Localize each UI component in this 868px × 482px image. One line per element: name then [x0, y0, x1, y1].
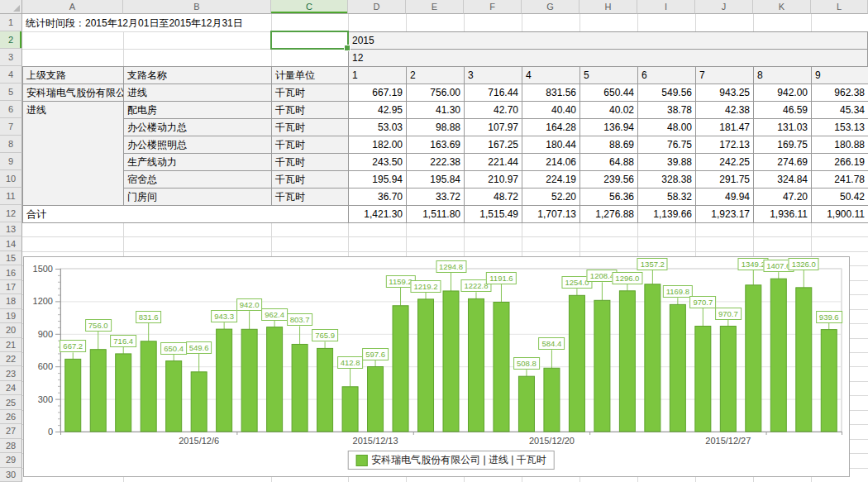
cell[interactable]: 进线 [22, 101, 124, 206]
cell[interactable]: 宿舍总 [123, 170, 272, 189]
bar[interactable] [645, 284, 661, 432]
cell[interactable]: 39.88 [637, 153, 696, 171]
cell[interactable]: 169.75 [753, 136, 812, 154]
cell[interactable]: 5 [579, 66, 638, 84]
bar[interactable] [720, 327, 736, 432]
cell[interactable]: 6 [637, 66, 696, 84]
row-header-19[interactable]: 19 [0, 309, 22, 323]
cell[interactable]: 962.38 [811, 84, 868, 102]
cell[interactable]: 办公楼动力总 [123, 118, 272, 136]
cell[interactable]: 1,511.80 [406, 205, 465, 223]
row-header-25[interactable]: 25 [0, 395, 22, 409]
cell-month[interactable]: 12 [348, 49, 868, 67]
cell[interactable]: 8 [753, 66, 812, 84]
row-header-6[interactable]: 6 [0, 101, 22, 118]
bar[interactable] [746, 285, 761, 432]
bar[interactable] [317, 348, 333, 432]
cell[interactable]: 88.69 [579, 136, 638, 154]
row-header-23[interactable]: 23 [0, 366, 22, 380]
cell[interactable]: 241.78 [811, 170, 868, 189]
column-header-K[interactable]: K [753, 0, 811, 14]
cell[interactable]: 756.00 [406, 84, 465, 102]
cell[interactable]: 办公楼照明总 [123, 136, 272, 154]
cell[interactable]: 943.25 [695, 84, 754, 102]
row-header-15[interactable]: 15 [0, 251, 22, 265]
bar[interactable] [569, 295, 584, 432]
cell-total-label[interactable]: 合计 [22, 205, 349, 223]
cell[interactable]: 千瓦时 [271, 170, 349, 189]
cell[interactable]: 195.94 [348, 170, 407, 189]
bar[interactable] [368, 367, 384, 432]
row-header-1[interactable]: 1 [0, 14, 22, 31]
cell[interactable]: 243.50 [348, 153, 407, 171]
cell[interactable]: 274.69 [753, 153, 812, 171]
cell[interactable]: 242.25 [695, 153, 754, 171]
column-header-G[interactable]: G [522, 0, 579, 14]
row-header-7[interactable]: 7 [0, 118, 22, 136]
cell[interactable]: 1 [348, 66, 407, 84]
bar[interactable] [770, 279, 786, 432]
cell[interactable]: 1,139.66 [637, 205, 696, 223]
bar[interactable] [393, 306, 408, 432]
row-header-11[interactable]: 11 [0, 188, 22, 205]
cell[interactable]: 153.13 [811, 118, 868, 136]
cell[interactable]: 221.44 [464, 153, 522, 171]
report-title-cell[interactable]: 统计时间段：2015年12月01日至2015年12月31日 [22, 14, 246, 31]
bar[interactable] [594, 300, 610, 432]
bar[interactable] [619, 291, 635, 432]
cell[interactable]: 224.19 [522, 170, 580, 189]
row-header-17[interactable]: 17 [0, 280, 22, 294]
column-header-C[interactable]: C [271, 0, 348, 14]
row-header-26[interactable]: 26 [0, 410, 22, 424]
select-all-corner[interactable] [0, 0, 22, 14]
cell[interactable]: 门房间 [123, 188, 272, 206]
cell[interactable]: 50.42 [811, 188, 868, 206]
cell[interactable]: 831.56 [522, 84, 580, 102]
bar[interactable] [191, 372, 207, 432]
cell[interactable]: 千瓦时 [271, 118, 349, 136]
cell[interactable]: 40.40 [522, 101, 580, 119]
cell[interactable]: 181.47 [695, 118, 754, 136]
row-header-27[interactable]: 27 [0, 424, 22, 438]
cell[interactable]: 配电房 [123, 101, 272, 119]
row-header-22[interactable]: 22 [0, 352, 22, 366]
chart[interactable]: 030060090012001500 667.2756.0716.4831.66… [23, 256, 850, 477]
bar[interactable] [166, 361, 182, 432]
cell[interactable]: 生产线动力 [123, 153, 272, 171]
cell[interactable]: 9 [811, 66, 868, 84]
cell[interactable]: 41.30 [406, 101, 465, 119]
cell[interactable]: 千瓦时 [271, 84, 349, 102]
bar[interactable] [670, 304, 685, 432]
column-header-B[interactable]: B [123, 0, 271, 14]
column-header-L[interactable]: L [811, 0, 868, 14]
cell[interactable]: 52.20 [522, 188, 580, 206]
cell[interactable]: 46.59 [753, 101, 812, 119]
cell[interactable]: 164.28 [522, 118, 580, 136]
bar[interactable] [292, 344, 308, 432]
cell[interactable]: 安科瑞电气股份有限公司 [22, 84, 124, 102]
cell[interactable]: 48.72 [464, 188, 522, 206]
selection-box[interactable] [270, 31, 349, 50]
cell[interactable]: 650.44 [579, 84, 638, 102]
cell[interactable]: 千瓦时 [271, 153, 349, 171]
cell[interactable]: 1,515.49 [464, 205, 522, 223]
cell[interactable]: 98.88 [406, 118, 465, 136]
cell[interactable]: 180.88 [811, 136, 868, 154]
cell[interactable]: 1,276.88 [579, 205, 638, 223]
cell[interactable]: 328.38 [637, 170, 696, 189]
cell[interactable]: 42.70 [464, 101, 522, 119]
row-header-30[interactable]: 30 [0, 468, 22, 482]
cell[interactable]: 53.03 [348, 118, 407, 136]
cell[interactable]: 56.36 [579, 188, 638, 206]
bar[interactable] [796, 288, 812, 432]
cell[interactable]: 进线 [123, 84, 272, 102]
column-header-J[interactable]: J [695, 0, 753, 14]
row-header-29[interactable]: 29 [0, 453, 22, 467]
cell[interactable]: 48.00 [637, 118, 696, 136]
bar[interactable] [418, 299, 434, 432]
cell[interactable]: 324.84 [753, 170, 812, 189]
cell[interactable]: 4 [522, 66, 580, 84]
cell[interactable]: 计量单位 [271, 66, 349, 84]
cell[interactable]: 上级支路 [22, 66, 124, 84]
cell[interactable]: 千瓦时 [271, 188, 349, 206]
